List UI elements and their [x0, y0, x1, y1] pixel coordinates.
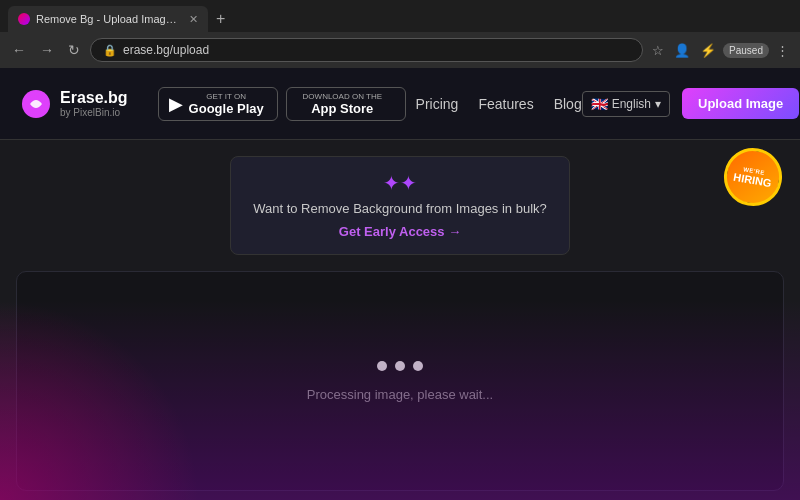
chevron-down-icon: ▾: [655, 97, 661, 111]
app-store-text: Download on the App Store: [303, 92, 382, 116]
main-content-area: Processing image, please wait...: [16, 271, 784, 491]
store-buttons: ▶ GET IT ON Google Play Download on the …: [158, 87, 406, 121]
browser-chrome: Remove Bg - Upload Images t... ✕ + ← → ↻…: [0, 0, 800, 68]
dot-1: [377, 361, 387, 371]
google-play-text: GET IT ON Google Play: [189, 92, 264, 116]
banner-text: Want to Remove Background from Images in…: [251, 201, 549, 216]
lang-label: English: [612, 97, 651, 111]
app-store-button[interactable]: Download on the App Store: [286, 87, 406, 121]
logo-name: Erase.bg: [60, 89, 128, 107]
upload-image-button[interactable]: Upload Image: [682, 88, 799, 119]
tab-close-btn[interactable]: ✕: [189, 13, 198, 26]
paused-badge: Paused: [723, 43, 769, 58]
navbar: Erase.bg by PixelBin.io ▶ GET IT ON Goog…: [0, 68, 800, 140]
active-tab[interactable]: Remove Bg - Upload Images t... ✕: [8, 6, 208, 32]
bulk-icon: ✦✦: [251, 171, 549, 195]
tab-title: Remove Bg - Upload Images t...: [36, 13, 179, 25]
app-store-name: App Store: [303, 101, 382, 116]
page: Erase.bg by PixelBin.io ▶ GET IT ON Goog…: [0, 68, 800, 500]
extensions-button[interactable]: ⚡: [697, 41, 719, 60]
google-play-button[interactable]: ▶ GET IT ON Google Play: [158, 87, 278, 121]
nav-link-blog[interactable]: Blog: [554, 96, 582, 112]
logo-icon: [20, 88, 52, 120]
profile-button[interactable]: 👤: [671, 41, 693, 60]
processing-text: Processing image, please wait...: [307, 387, 493, 402]
language-selector[interactable]: 🇬🇧 English ▾: [582, 91, 670, 117]
google-play-icon: ▶: [169, 93, 183, 115]
dot-3: [413, 361, 423, 371]
tab-favicon: [18, 13, 30, 25]
hiring-text: HIRING: [732, 171, 772, 190]
nav-link-pricing[interactable]: Pricing: [416, 96, 459, 112]
nav-link-features[interactable]: Features: [478, 96, 533, 112]
nav-right: 🇬🇧 English ▾ Upload Image: [582, 88, 800, 119]
forward-button[interactable]: →: [36, 40, 58, 60]
lock-icon: 🔒: [103, 44, 117, 57]
dot-2: [395, 361, 405, 371]
bulk-removal-banner: ✦✦ Want to Remove Background from Images…: [230, 156, 570, 255]
back-button[interactable]: ←: [8, 40, 30, 60]
toolbar-icons: ☆ 👤 ⚡ Paused ⋮: [649, 41, 792, 60]
reload-button[interactable]: ↻: [64, 40, 84, 60]
google-play-sub: GET IT ON: [189, 92, 264, 101]
early-access-link[interactable]: Get Early Access →: [339, 224, 461, 239]
browser-toolbar: ← → ↻ 🔒 erase.bg/upload ☆ 👤 ⚡ Paused ⋮: [0, 32, 800, 68]
new-tab-button[interactable]: +: [212, 10, 229, 28]
logo-text: Erase.bg by PixelBin.io: [60, 89, 128, 118]
nav-links: Pricing Features Blog: [416, 96, 582, 112]
flag-icon: 🇬🇧: [591, 96, 608, 112]
logo-area: Erase.bg by PixelBin.io: [20, 88, 128, 120]
logo-sub: by PixelBin.io: [60, 107, 128, 118]
address-bar[interactable]: 🔒 erase.bg/upload: [90, 38, 643, 62]
hiring-badge[interactable]: WE'RE HIRING: [719, 143, 786, 210]
menu-button[interactable]: ⋮: [773, 41, 792, 60]
tab-bar: Remove Bg - Upload Images t... ✕ +: [0, 0, 800, 32]
loading-dots: [377, 361, 423, 371]
bookmark-button[interactable]: ☆: [649, 41, 667, 60]
app-store-sub: Download on the: [303, 92, 382, 101]
address-text: erase.bg/upload: [123, 43, 209, 57]
google-play-name: Google Play: [189, 101, 264, 116]
